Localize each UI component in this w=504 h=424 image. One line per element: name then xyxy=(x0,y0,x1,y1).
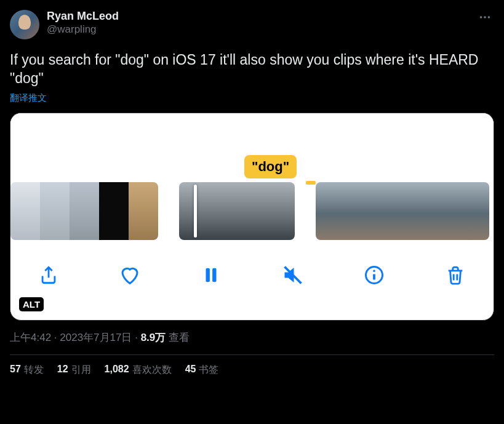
svg-point-1 xyxy=(484,16,486,18)
tweet-text: If you search for "dog" on iOS 17 it'll … xyxy=(10,50,494,87)
info-button[interactable] xyxy=(361,262,388,289)
tweet-meta: 上午4:42 · 2023年7月17日 · 8.9万 查看 xyxy=(10,330,494,345)
video-frame xyxy=(40,182,70,240)
tweet-header: Ryan McLeod @warpling xyxy=(10,10,494,39)
info-icon xyxy=(363,264,385,286)
video-frame xyxy=(70,182,99,240)
video-frame xyxy=(266,182,295,240)
share-button[interactable] xyxy=(35,262,62,289)
svg-point-2 xyxy=(488,16,490,18)
translate-link[interactable]: 翻译推文 xyxy=(10,92,494,104)
video-frame xyxy=(208,182,237,240)
more-button[interactable] xyxy=(476,10,494,25)
video-timeline[interactable] xyxy=(10,182,494,240)
media-toolbar xyxy=(10,240,494,297)
tweet: Ryan McLeod @warpling If you search for … xyxy=(0,0,504,377)
mute-icon xyxy=(282,264,304,286)
video-frame xyxy=(431,182,460,240)
pause-button[interactable] xyxy=(198,262,225,289)
video-frame xyxy=(10,182,40,240)
video-frame xyxy=(460,182,489,240)
video-frame xyxy=(99,182,129,240)
tweet-time[interactable]: 上午4:42 xyxy=(10,332,51,343)
tweet-date[interactable]: 2023年7月17日 xyxy=(60,332,132,343)
more-icon xyxy=(478,10,492,24)
likes-stat[interactable]: 1,082 喜欢次数 xyxy=(105,364,172,377)
clip-group[interactable] xyxy=(316,182,489,240)
heart-icon xyxy=(119,264,141,286)
views-label: 查看 xyxy=(166,332,190,343)
media-header-area: "dog" xyxy=(10,113,494,182)
search-term-bubble: "dog" xyxy=(244,155,297,178)
stats-row: 57 转发 12 引用 1,082 喜欢次数 45 书签 xyxy=(10,355,494,377)
bookmarks-stat[interactable]: 45 书签 xyxy=(185,364,219,377)
svg-rect-3 xyxy=(206,268,210,282)
display-name[interactable]: Ryan McLeod xyxy=(47,10,494,23)
playhead[interactable] xyxy=(194,185,197,238)
svg-rect-4 xyxy=(213,268,217,282)
video-frame xyxy=(345,182,374,240)
share-icon xyxy=(38,265,59,286)
pause-icon xyxy=(201,265,222,286)
quotes-stat[interactable]: 12 引用 xyxy=(57,364,91,377)
alt-badge[interactable]: ALT xyxy=(19,297,44,311)
mute-button[interactable] xyxy=(279,262,306,289)
handle[interactable]: @warpling xyxy=(47,23,494,36)
video-frame xyxy=(237,182,266,240)
svg-point-0 xyxy=(480,16,482,18)
clip-group[interactable] xyxy=(10,182,158,240)
retweets-stat[interactable]: 57 转发 xyxy=(10,364,44,377)
video-frame xyxy=(402,182,431,240)
video-frame xyxy=(374,182,402,240)
views-count: 8.9万 xyxy=(141,332,166,343)
video-frame xyxy=(316,182,345,240)
svg-point-8 xyxy=(373,270,375,272)
like-button[interactable] xyxy=(116,262,143,289)
media-card[interactable]: "dog" xyxy=(10,113,494,321)
video-frame xyxy=(129,182,158,240)
avatar[interactable] xyxy=(10,10,39,39)
timeline-marker xyxy=(306,181,316,185)
trash-icon xyxy=(445,265,466,286)
author-block: Ryan McLeod @warpling xyxy=(47,10,494,36)
trash-button[interactable] xyxy=(442,262,469,289)
clip-group[interactable] xyxy=(179,182,295,240)
